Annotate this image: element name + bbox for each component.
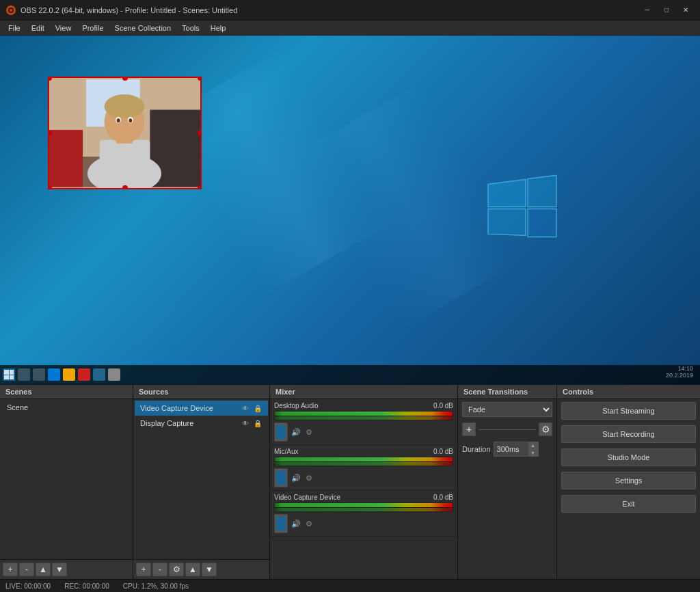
mixer-controls-desktop: 🔊 ⚙ (274, 422, 453, 442)
fader-mic[interactable] (274, 468, 288, 487)
mute-icon-mic[interactable]: 🔊 (291, 472, 301, 483)
source-eye-icon[interactable]: 👁 (241, 403, 250, 413)
scenes-up-button[interactable]: ▲ (36, 563, 51, 576)
mixer-panel: Mixer Desktop Audio 0.0 dB 🔊 ⚙ (270, 385, 458, 579)
menu-scene-collection[interactable]: Scene Collection (109, 21, 177, 36)
sources-panel: Sources Video Capture Device 👁 🔒 Display… (133, 385, 270, 579)
channel-db-desktop: 0.0 dB (433, 402, 453, 409)
duration-row: Duration ▲ ▼ (458, 439, 556, 459)
minimize-button[interactable]: ─ (638, 4, 656, 16)
duration-down-button[interactable]: ▼ (528, 449, 538, 457)
svg-point-2 (10, 9, 12, 12)
sources-list: Video Capture Device 👁 🔒 Display Capture… (133, 399, 269, 559)
resize-handle-mr[interactable] (198, 131, 202, 136)
menu-help[interactable]: Help (205, 21, 232, 36)
preview-area: 14:10 20.2.2019 (0, 36, 700, 384)
source-icons-2: 👁 🔒 (241, 418, 262, 428)
menu-view[interactable]: View (50, 21, 77, 36)
studio-mode-button[interactable]: Studio Mode (561, 448, 696, 466)
preview-timestamp: 14:10 20.2.2019 (666, 365, 693, 379)
start-streaming-button[interactable]: Start Streaming (561, 402, 696, 420)
scene-item[interactable]: Scene (1, 401, 131, 414)
resize-handle-tr[interactable] (198, 77, 202, 81)
settings-icon-desktop[interactable]: ⚙ (304, 427, 314, 437)
svg-marker-6 (528, 208, 556, 237)
mute-icon-desktop[interactable]: 🔊 (291, 427, 301, 438)
duration-up-button[interactable]: ▲ (528, 442, 538, 449)
svg-marker-4 (528, 175, 556, 206)
duration-spin: ▲ ▼ (528, 442, 538, 457)
duration-input[interactable] (494, 445, 528, 453)
source-eye-icon-2[interactable]: 👁 (241, 418, 250, 428)
scenes-toolbar: + - ▲ ▼ (0, 559, 133, 579)
source-lock-icon[interactable]: 🔒 (253, 403, 262, 413)
settings-button[interactable]: Settings (561, 472, 696, 489)
source-item-display-capture[interactable]: Display Capture 👁 🔒 (135, 416, 268, 431)
sources-up-button[interactable]: ▲ (185, 563, 200, 576)
mixer-controls-video: 🔊 ⚙ (274, 514, 453, 533)
sources-remove-button[interactable]: - (152, 563, 167, 576)
transitions-panel: Scene Transitions Fade Cut Swipe Slide +… (458, 385, 557, 579)
resize-handle-br[interactable] (198, 185, 202, 189)
controls-panel-title: Controls (557, 385, 700, 399)
status-live: LIVE: 00:00:00 (5, 582, 51, 590)
scenes-panel: Scenes Scene + - ▲ ▼ (0, 385, 133, 579)
sources-add-button[interactable]: + (136, 563, 151, 576)
duration-label: Duration (462, 445, 491, 453)
scenes-remove-button[interactable]: - (19, 563, 34, 576)
resize-handle-bl[interactable] (48, 185, 52, 189)
transitions-content: Fade Cut Swipe Slide + ⚙ Duration ▲ ▼ (458, 399, 556, 579)
sources-panel-title: Sources (133, 385, 269, 399)
controls-panel: Controls Start Streaming Start Recording… (557, 385, 700, 579)
resize-handle-bm[interactable] (122, 185, 128, 189)
maximize-button[interactable]: □ (658, 4, 675, 16)
taskbar-search (18, 368, 30, 381)
taskbar-item3 (108, 368, 120, 381)
source-lock-icon-2[interactable]: 🔒 (253, 418, 262, 428)
mute-icon-video[interactable]: 🔊 (291, 518, 301, 529)
transition-divider (479, 429, 536, 430)
taskbar-item2 (93, 368, 105, 381)
settings-icon-video[interactable]: ⚙ (304, 519, 314, 528)
channel-header-mic: Mic/Aux 0.0 dB (274, 448, 453, 455)
svg-rect-26 (10, 375, 14, 379)
menu-tools[interactable]: Tools (176, 21, 205, 36)
channel-db-mic: 0.0 dB (433, 448, 453, 455)
menu-edit[interactable]: Edit (26, 21, 50, 36)
webcam-overlay[interactable] (48, 77, 202, 189)
windows-logo (474, 160, 563, 250)
svg-point-21 (117, 118, 120, 122)
close-button[interactable]: ✕ (677, 4, 695, 16)
fader-desktop[interactable] (274, 422, 288, 442)
preview-taskbar (0, 365, 700, 384)
svg-rect-25 (4, 375, 9, 379)
sources-settings-button[interactable]: ⚙ (169, 563, 184, 576)
source-icons: 👁 🔒 (241, 403, 262, 413)
app-icon (5, 5, 16, 16)
sources-down-button[interactable]: ▼ (202, 563, 217, 576)
transition-add-button[interactable]: + (462, 422, 476, 436)
svg-rect-23 (4, 370, 9, 375)
mixer-channel-video: Video Capture Device 0.0 dB 🔊 ⚙ (270, 491, 457, 537)
transition-select[interactable]: Fade Cut Swipe Slide (462, 402, 552, 417)
start-recording-button[interactable]: Start Recording (561, 425, 696, 443)
channel-db-video: 0.0 dB (433, 494, 453, 501)
exit-button[interactable]: Exit (561, 495, 696, 513)
level-meter-desktop (274, 411, 453, 420)
level-meter-mic (274, 457, 453, 466)
menu-file[interactable]: File (3, 21, 26, 36)
scenes-down-button[interactable]: ▼ (52, 563, 67, 576)
bottom-area: Scenes Scene + - ▲ ▼ Sources Video Captu… (0, 384, 700, 579)
menu-profile[interactable]: Profile (77, 21, 109, 36)
fader-video[interactable] (274, 514, 288, 533)
settings-icon-mic[interactable]: ⚙ (304, 473, 314, 483)
transitions-panel-title: Scene Transitions (458, 385, 556, 399)
titlebar: OBS 22.0.2 (64-bit, windows) - Profile: … (0, 0, 700, 21)
statusbar: LIVE: 00:00:00 REC: 00:00:00 CPU: 1.2%, … (0, 579, 700, 592)
scenes-add-button[interactable]: + (3, 563, 18, 576)
source-item-video-capture[interactable]: Video Capture Device 👁 🔒 (135, 401, 268, 416)
status-rec: REC: 00:00:00 (64, 582, 109, 590)
level-meter-video (274, 502, 453, 512)
transition-settings-button[interactable]: ⚙ (539, 422, 552, 436)
mixer-content: Desktop Audio 0.0 dB 🔊 ⚙ Mic/Aux 0.0 dB (270, 399, 457, 579)
